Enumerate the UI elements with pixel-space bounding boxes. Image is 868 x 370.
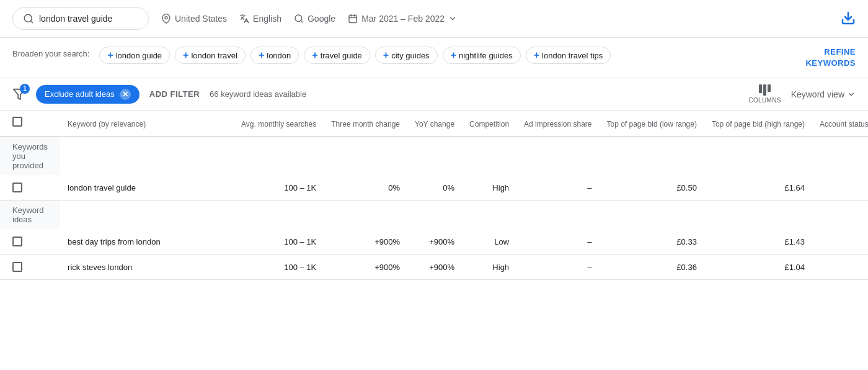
- row-checkbox[interactable]: [12, 183, 22, 192]
- cell-topPageBidLow: £0.50: [600, 175, 704, 201]
- header-competition-label: Competition: [469, 120, 509, 129]
- location-icon: [161, 14, 171, 24]
- plus-icon: +: [259, 50, 264, 60]
- header-account-status-label: Account status: [820, 120, 868, 129]
- broaden-tag-london-travel[interactable]: + london travel: [175, 47, 246, 64]
- broaden-tag-city-guides[interactable]: + city guides: [375, 47, 438, 64]
- cell-adImpression: –: [516, 229, 599, 255]
- broaden-tag-nightlife-guides[interactable]: + nightlife guides: [443, 47, 521, 64]
- broaden-tag-london-travel-tips[interactable]: + london travel tips: [526, 47, 611, 64]
- search-box[interactable]: [12, 7, 149, 30]
- table-header-row: Keyword (by relevance) Avg. monthly sear…: [0, 111, 868, 137]
- header-checkbox-cell[interactable]: [0, 111, 60, 137]
- cell-yoyChange: +900%: [407, 255, 462, 280]
- table-row: rick steves london100 – 1K+900%+900%High…: [0, 255, 868, 280]
- broaden-tag-travel-guide[interactable]: + travel guide: [304, 47, 370, 64]
- header-competition: Competition: [462, 111, 516, 137]
- date-filter[interactable]: Mar 2021 – Feb 2022: [348, 14, 457, 24]
- row-checkbox-cell[interactable]: [0, 229, 60, 254]
- plus-icon: +: [107, 50, 113, 60]
- cell-topPageBidLow: £0.33: [600, 229, 704, 255]
- network-filter[interactable]: Google: [294, 14, 335, 24]
- header-keyword: Keyword (by relevance): [60, 111, 234, 137]
- cell-threeMonth: +900%: [324, 255, 407, 280]
- broaden-tag-london-guide[interactable]: + london guide: [99, 47, 170, 64]
- plus-icon: +: [534, 50, 539, 60]
- broaden-label: Broaden your search:: [12, 47, 89, 58]
- language-icon: [239, 14, 249, 24]
- chevron-down-icon: [847, 90, 856, 99]
- keyword-cell: london travel guide: [60, 175, 234, 201]
- keyword-view-button[interactable]: Keyword view: [791, 89, 856, 99]
- keyword-text: best day trips from london: [68, 237, 161, 246]
- cell-topPageBidHigh: £1.04: [704, 255, 812, 280]
- header-top-bid-low: Top of page bid (low range): [600, 111, 704, 137]
- plus-icon: +: [383, 50, 389, 60]
- network-icon: [294, 14, 304, 24]
- language-filter[interactable]: English: [239, 14, 281, 24]
- exclude-label: Exclude adult ideas: [45, 89, 115, 99]
- header-top-bid-low-label: Top of page bid (low range): [607, 120, 697, 129]
- row-checkbox-cell[interactable]: [0, 175, 60, 200]
- download-icon: [841, 11, 856, 25]
- plus-icon: +: [312, 50, 317, 60]
- row-checkbox[interactable]: [12, 262, 22, 272]
- table-row: london travel guide100 – 1K0%0%High–£0.5…: [0, 175, 868, 201]
- keyword-text: rick steves london: [68, 263, 132, 272]
- add-filter-button[interactable]: ADD FILTER: [149, 89, 200, 99]
- plus-icon: +: [183, 50, 188, 60]
- header-checkbox[interactable]: [12, 117, 22, 127]
- section-header-row: Keywords you provided: [0, 137, 868, 175]
- cell-yoyChange: +900%: [407, 229, 462, 255]
- svg-line-4: [301, 20, 303, 22]
- cell-competition: High: [462, 175, 516, 201]
- header-avg-monthly-label: Avg. monthly searches: [241, 120, 316, 129]
- section-header-label: Keywords you provided: [0, 137, 60, 175]
- table-body: Keywords you providedlondon travel guide…: [0, 137, 868, 280]
- header-yoy-change: YoY change: [407, 111, 462, 137]
- header-keyword-label: Keyword (by relevance): [68, 120, 146, 129]
- cell-avgMonthly: 100 – 1K: [234, 175, 324, 201]
- cell-threeMonth: 0%: [324, 175, 407, 201]
- cell-competition: Low: [462, 229, 516, 255]
- tag-label: london travel: [191, 51, 237, 60]
- location-filter[interactable]: United States: [161, 14, 227, 24]
- header-three-month: Three month change: [324, 111, 407, 137]
- keyword-cell: best day trips from london: [60, 229, 234, 255]
- search-input[interactable]: [39, 14, 138, 24]
- close-icon[interactable]: ✕: [120, 89, 131, 100]
- cell-avgMonthly: 100 – 1K: [234, 255, 324, 280]
- tag-label: london: [267, 51, 291, 60]
- network-label: Google: [308, 14, 335, 24]
- row-checkbox[interactable]: [12, 237, 22, 246]
- header-ad-impression-label: Ad impression share: [524, 120, 591, 129]
- broaden-tags: + london guide + london travel + london …: [99, 47, 795, 64]
- exclude-adult-ideas-button[interactable]: Exclude adult ideas ✕: [36, 85, 140, 104]
- tag-label: london guide: [116, 51, 162, 60]
- broaden-tag-london[interactable]: + london: [250, 47, 299, 64]
- location-label: United States: [175, 14, 227, 24]
- svg-rect-5: [349, 16, 356, 23]
- header-top-bid-high: Top of page bid (high range): [704, 111, 812, 137]
- keyword-text: london travel guide: [68, 183, 136, 192]
- cell-topPageBidHigh: £1.64: [704, 175, 812, 201]
- refine-keywords-button[interactable]: REFINE KEYWORDS: [805, 47, 856, 69]
- filter-badge: 1: [20, 84, 30, 94]
- table-row: best day trips from london100 – 1K+900%+…: [0, 229, 868, 255]
- svg-point-2: [165, 17, 167, 19]
- row-checkbox-cell[interactable]: [0, 255, 60, 279]
- calendar-icon: [348, 14, 358, 24]
- cell-accountStatus: [812, 229, 868, 255]
- header-avg-monthly: Avg. monthly searches: [234, 111, 324, 137]
- columns-button[interactable]: COLUMNS: [749, 84, 781, 104]
- download-button[interactable]: [841, 11, 856, 27]
- cell-yoyChange: 0%: [407, 175, 462, 201]
- col-bar-2: [763, 84, 766, 96]
- filter-icon-wrapper[interactable]: 1: [12, 88, 26, 101]
- cell-threeMonth: +900%: [324, 229, 407, 255]
- header-yoy-label: YoY change: [415, 120, 454, 129]
- section-header-row: Keyword ideas: [0, 201, 868, 230]
- svg-line-1: [30, 20, 32, 22]
- columns-label: COLUMNS: [749, 97, 781, 104]
- tag-label: city guides: [391, 51, 429, 60]
